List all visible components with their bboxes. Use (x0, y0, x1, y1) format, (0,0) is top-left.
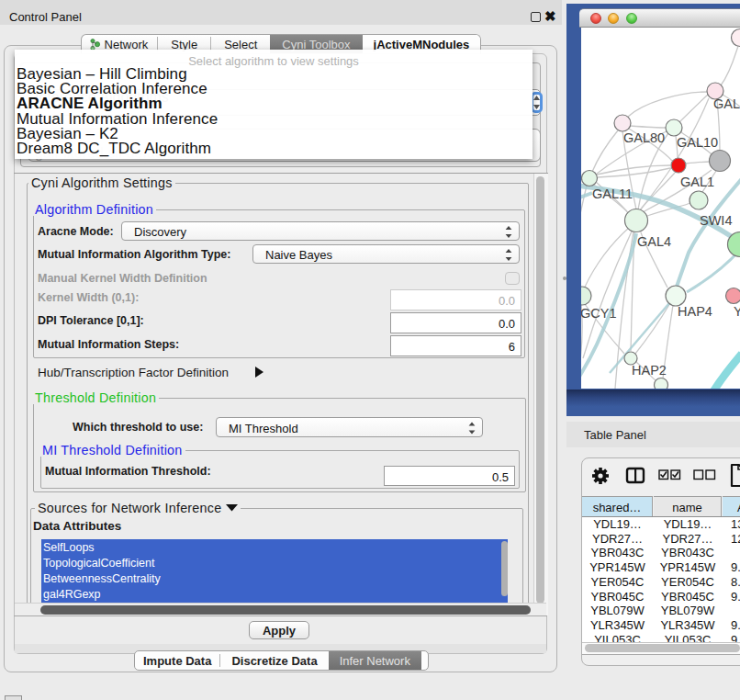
svg-text:GAL11: GAL11 (592, 186, 633, 201)
svg-text:GAL4: GAL4 (637, 234, 671, 249)
svg-text:HAP4: HAP4 (678, 304, 712, 319)
svg-text:GCY1: GCY1 (581, 306, 617, 321)
svg-text:HAP2: HAP2 (632, 363, 667, 378)
svg-text:GAL10: GAL10 (677, 135, 718, 150)
svg-text:GAL2: GAL2 (713, 96, 740, 111)
svg-text:YM: YM (734, 304, 740, 319)
svg-text:GAL1: GAL1 (680, 175, 714, 189)
svg-text:GAL80: GAL80 (623, 130, 665, 145)
svg-text:SWI4: SWI4 (700, 213, 732, 228)
